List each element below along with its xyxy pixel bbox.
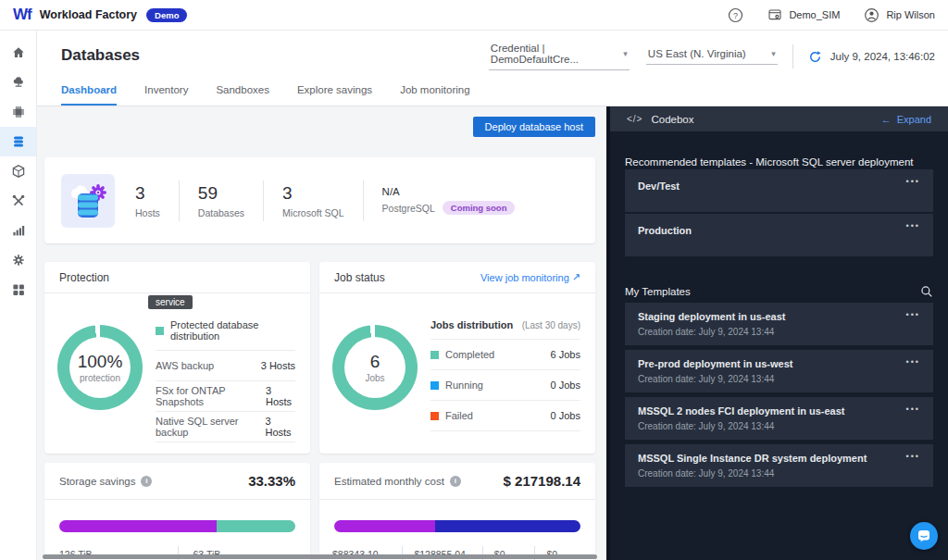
database-icon bbox=[11, 134, 26, 149]
template-menu-button[interactable]: ••• bbox=[906, 177, 920, 186]
brand-title: Workload Factory bbox=[40, 8, 137, 21]
cube-icon bbox=[11, 164, 26, 179]
account-console-icon bbox=[767, 7, 782, 22]
gear-icon bbox=[11, 253, 26, 268]
completed-swatch-icon bbox=[430, 351, 439, 359]
protection-row-fsx-snapshots: FSx for ONTAP Snapshots 3 Hosts bbox=[156, 381, 295, 412]
stat-divider bbox=[179, 180, 180, 221]
chevron-down-icon: ▾ bbox=[771, 49, 776, 58]
jobs-row-running: Running 0 Jobs bbox=[430, 370, 580, 401]
failed-swatch-icon bbox=[430, 412, 439, 420]
grid-blocks-icon bbox=[11, 282, 26, 297]
protected-distribution-swatch-icon bbox=[156, 327, 164, 335]
template-item-mssql-fci-us-east[interactable]: MSSQL 2 nodes FCI deployment in us-east … bbox=[625, 397, 933, 440]
top-bar: Wf Workload Factory Demo ? Demo_SIM bbox=[0, 0, 948, 31]
database-cloud-illustration-icon bbox=[61, 174, 115, 228]
demo-badge: Demo bbox=[146, 8, 187, 22]
sidebar-item-settings[interactable] bbox=[0, 245, 36, 275]
postgres-stat: N/A PostgreSQL Coming soon bbox=[382, 186, 516, 215]
templates-search-button[interactable] bbox=[920, 285, 933, 298]
page-header: Databases Credential | DemoDefaultCre...… bbox=[37, 31, 948, 106]
help-icon: ? bbox=[728, 7, 743, 23]
info-icon[interactable]: i bbox=[450, 476, 461, 487]
storage-bar-segment-physical bbox=[217, 520, 295, 532]
sidebar-item-analytics[interactable] bbox=[0, 216, 36, 245]
tab-explore-savings[interactable]: Explore savings bbox=[297, 84, 372, 106]
template-menu-button[interactable]: ••• bbox=[906, 357, 920, 367]
jobs-row-completed: Completed 6 Jobs bbox=[430, 340, 580, 370]
search-icon bbox=[920, 285, 933, 298]
tab-sandboxes[interactable]: Sandboxes bbox=[216, 84, 269, 106]
template-menu-button[interactable]: ••• bbox=[906, 404, 920, 414]
jobs-row-failed: Failed 0 Jobs bbox=[430, 401, 580, 431]
chip-icon bbox=[11, 105, 26, 119]
credential-select[interactable]: Credential | DemoDefaultCre... ▾ bbox=[489, 43, 630, 70]
recommended-template-dev-test[interactable]: Dev/Test ••• bbox=[625, 169, 933, 212]
sidebar-item-home[interactable] bbox=[0, 38, 36, 68]
external-link-icon: ↗ bbox=[572, 271, 580, 283]
storage-savings-bar bbox=[59, 520, 295, 532]
codebox-panel: </> Codebox ← Expand Recommended templat… bbox=[606, 106, 948, 560]
chat-widget-button[interactable] bbox=[910, 522, 938, 550]
workload-factory-logo-icon: Wf bbox=[13, 6, 31, 24]
sidebar-item-cloud-services[interactable] bbox=[0, 68, 36, 97]
sidebar-item-apps[interactable] bbox=[0, 275, 36, 305]
jobs-count: 6 bbox=[370, 352, 380, 372]
monthly-cost-title: Estimated monthly cost bbox=[334, 476, 444, 487]
sidebar-item-compute[interactable] bbox=[0, 97, 36, 127]
sidebar-item-containers[interactable] bbox=[0, 156, 36, 186]
tab-job-monitoring[interactable]: Job monitoring bbox=[400, 84, 469, 106]
cloud-service-icon bbox=[11, 75, 26, 90]
protection-legend-label: Protected database distribution bbox=[170, 319, 295, 342]
info-icon[interactable]: i bbox=[141, 476, 152, 487]
user-label: Rip Wilson bbox=[886, 9, 935, 20]
sidebar-item-databases[interactable] bbox=[0, 127, 36, 156]
account-label: Demo_SIM bbox=[789, 9, 840, 20]
view-job-monitoring-link[interactable]: View job monitoring ↗ bbox=[480, 271, 580, 283]
left-nav-sidebar bbox=[0, 31, 37, 560]
account-menu[interactable]: Demo_SIM bbox=[767, 7, 840, 22]
databases-count: 59 bbox=[198, 183, 244, 204]
running-swatch-icon bbox=[430, 381, 439, 390]
refresh-button[interactable] bbox=[808, 50, 822, 64]
template-menu-button[interactable]: ••• bbox=[906, 452, 920, 461]
my-templates-title: My Templates bbox=[625, 286, 691, 297]
deploy-database-host-button[interactable]: Deploy database host bbox=[473, 117, 595, 137]
jobs-distribution-period: (Last 30 days) bbox=[522, 320, 580, 330]
chat-icon bbox=[917, 529, 931, 543]
code-icon: </> bbox=[627, 114, 642, 124]
storage-savings-value: 33.33% bbox=[248, 473, 295, 489]
template-item-mssql-dr-system[interactable]: MSSQL Single Instance DR system deployme… bbox=[625, 444, 933, 487]
template-menu-button[interactable]: ••• bbox=[906, 221, 920, 230]
template-menu-button[interactable]: ••• bbox=[906, 310, 920, 319]
protection-row-aws-backup: AWS backup 3 Hosts bbox=[156, 351, 295, 381]
storage-bar-segment-logical bbox=[59, 520, 217, 532]
user-menu[interactable]: Rip Wilson bbox=[864, 7, 935, 23]
template-item-preprod-us-west[interactable]: Pre-prod deployment in us-west Creation … bbox=[625, 350, 933, 392]
template-item-staging-us-east[interactable]: Staging deployment in us-east Creation d… bbox=[625, 303, 933, 345]
horizontal-scrollbar[interactable] bbox=[43, 554, 597, 559]
summary-stats-card: 3 Hosts 59 Databases 3 Microsoft SQL bbox=[44, 157, 595, 243]
cost-bar-segment-1 bbox=[334, 520, 435, 532]
credential-select-value: Credential | DemoDefaultCre... bbox=[491, 43, 614, 65]
mssql-stat: 3 Microsoft SQL bbox=[282, 183, 344, 218]
cost-bar-segment-2 bbox=[435, 520, 580, 532]
codebox-expand-button[interactable]: ← Expand bbox=[881, 114, 931, 125]
protection-percent: 100% bbox=[78, 352, 123, 372]
postgres-count: N/A bbox=[382, 186, 516, 197]
help-button[interactable]: ? bbox=[728, 7, 743, 23]
recommended-template-production[interactable]: Production ••• bbox=[625, 214, 933, 256]
tools-icon bbox=[11, 193, 26, 208]
region-select-value: US East (N. Virginia) bbox=[648, 48, 746, 59]
last-refresh-timestamp: July 9, 2024, 13:46:02 bbox=[830, 51, 935, 62]
stat-divider bbox=[363, 180, 364, 221]
header-divider bbox=[792, 44, 793, 68]
stat-divider bbox=[263, 180, 264, 221]
service-tooltip: service bbox=[148, 295, 193, 309]
tab-inventory[interactable]: Inventory bbox=[144, 84, 188, 106]
tab-dashboard[interactable]: Dashboard bbox=[61, 84, 117, 106]
mssql-count: 3 bbox=[282, 183, 344, 204]
sidebar-item-tools[interactable] bbox=[0, 186, 36, 216]
region-select[interactable]: US East (N. Virginia) ▾ bbox=[646, 48, 778, 65]
bar-chart-icon bbox=[11, 223, 26, 238]
